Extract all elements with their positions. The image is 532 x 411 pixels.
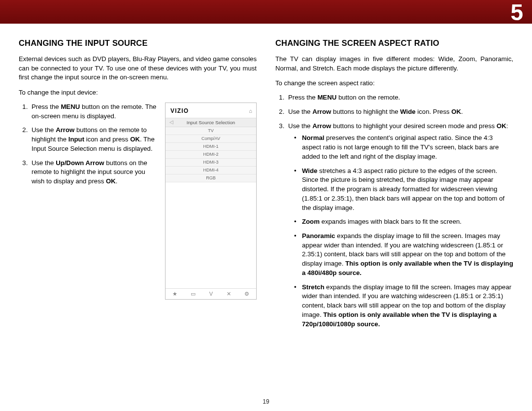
menu-row: Comp/AV — [166, 135, 256, 143]
right-step-2: Use the Arrow buttons to highlight the W… — [286, 107, 513, 117]
star-icon: ★ — [172, 291, 177, 297]
right-step-3: Use the Arrow buttons to highlight your … — [286, 122, 513, 329]
chapter-header: 5 — [0, 0, 532, 24]
menu-row: HDMI-1 — [166, 143, 256, 151]
menu-row: HDMI-4 — [166, 167, 256, 174]
mode-wide: Wide stretches a 4:3 aspect ratio pictur… — [294, 167, 513, 213]
right-heading: CHANGING THE SCREEN ASPECT RATIO — [275, 38, 513, 48]
menu-screenshot: VIZIO ⌂ ◁ Input Source Selection TV Comp… — [165, 103, 257, 300]
mode-panoramic: Panoramic expands the display image to f… — [294, 232, 513, 278]
menu-footer: ★ ▭ V ✕ ⚙ — [166, 288, 256, 299]
rect-icon: ▭ — [191, 291, 196, 297]
page-body: CHANGING THE INPUT SOURCE External devic… — [0, 24, 532, 343]
menu-row: RGB — [166, 174, 256, 182]
v-icon: V — [209, 291, 213, 297]
chapter-number: 5 — [510, 0, 523, 26]
right-column: CHANGING THE SCREEN ASPECT RATIO The TV … — [275, 38, 513, 334]
left-heading: CHANGING THE INPUT SOURCE — [19, 38, 257, 48]
mode-stretch: Stretch expands the display image to fil… — [294, 283, 513, 329]
left-steps: Press the MENU button on the remote. The… — [19, 103, 157, 186]
gear-icon: ⚙ — [244, 291, 249, 297]
right-intro: The TV can display images in five differ… — [275, 55, 513, 73]
left-step-3: Use the Up/Down Arrow buttons on the rem… — [30, 159, 157, 186]
right-step-1: Press the MENU button on the remote. — [286, 93, 513, 103]
back-arrow-icon: ◁ — [169, 119, 173, 125]
menu-row: HDMI-2 — [166, 151, 256, 159]
right-lead: To change the screen aspect ratio: — [275, 79, 513, 88]
left-lead: To change the input device: — [19, 88, 257, 98]
left-intro: External devices such as DVD players, Bl… — [19, 55, 257, 82]
mode-zoom: Zoom expands images with black bars to f… — [294, 217, 513, 227]
menu-row: HDMI-3 — [166, 159, 256, 167]
vizio-logo: VIZIO — [170, 107, 189, 114]
left-column: CHANGING THE INPUT SOURCE External devic… — [19, 38, 257, 334]
menu-title-row: ◁ Input Source Selection — [166, 118, 256, 127]
home-icon: ⌂ — [249, 108, 252, 114]
right-steps: Press the MENU button on the remote. Use… — [275, 93, 513, 329]
left-step-2: Use the Arrow buttons on the remote to h… — [30, 126, 157, 153]
menu-row: TV — [166, 127, 256, 135]
aspect-modes-list: Normal preserves the content's original … — [288, 134, 513, 329]
mode-normal: Normal preserves the content's original … — [294, 134, 513, 161]
left-step-1: Press the MENU button on the remote. The… — [30, 103, 157, 121]
close-icon: ✕ — [227, 291, 231, 297]
page-number: 19 — [0, 398, 532, 405]
